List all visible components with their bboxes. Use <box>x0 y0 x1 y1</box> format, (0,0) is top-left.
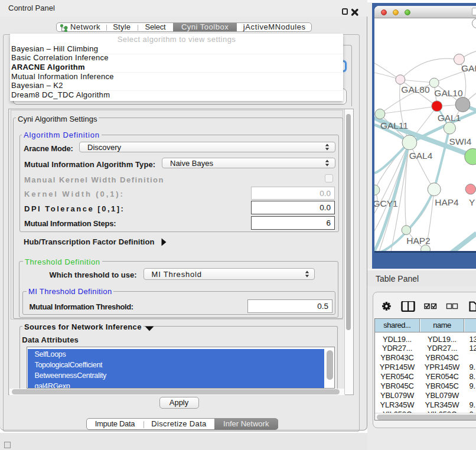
svg-text:SWI4: SWI4 <box>449 136 471 146</box>
svg-text:HAP4: HAP4 <box>435 197 459 207</box>
svg-text:GAL1: GAL1 <box>437 113 461 123</box>
svg-text:Y: Y <box>469 197 475 207</box>
svg-text:GAL80: GAL80 <box>401 84 430 94</box>
svg-text:GAL4: GAL4 <box>409 150 432 160</box>
svg-text:GAL11: GAL11 <box>380 120 407 131</box>
svg-text:GCY1: GCY1 <box>374 198 398 208</box>
svg-text:HAP2: HAP2 <box>406 236 431 246</box>
svg-text:GAL10: GAL10 <box>434 88 463 98</box>
svg-text:GAL: GAL <box>461 63 476 73</box>
